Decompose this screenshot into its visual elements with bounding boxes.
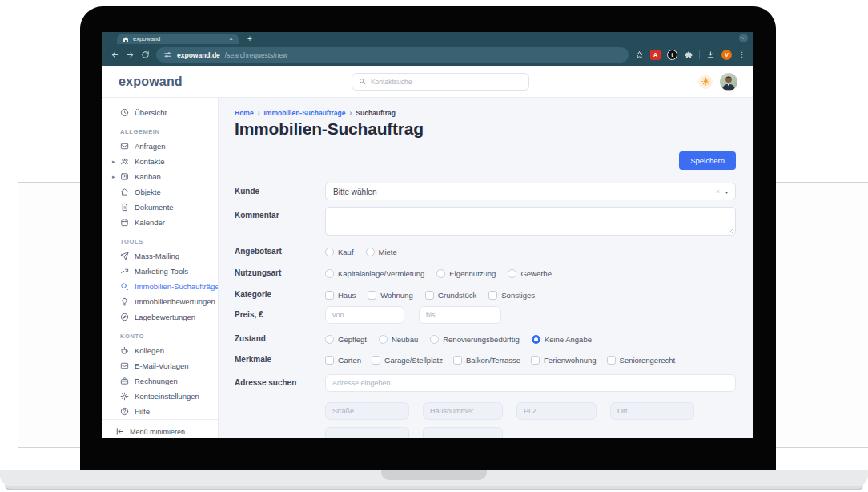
app-logo[interactable]: expowand: [119, 75, 183, 89]
radio-selected-icon[interactable]: [532, 335, 540, 344]
sidebar-item-immobilien-suchauftraege[interactable]: Immobilien-Suchaufträge: [102, 279, 218, 294]
reload-icon[interactable]: [141, 50, 150, 59]
extension-badge-icon[interactable]: t: [667, 50, 677, 60]
page-title: Immobilien-Suchauftrag: [235, 119, 736, 139]
extensions-puzzle-icon[interactable]: [684, 50, 693, 59]
radio-icon[interactable]: [436, 269, 445, 278]
sidebar-item-dokumente[interactable]: Dokumente: [102, 200, 218, 215]
kunde-select-value: Bitte wählen: [333, 188, 716, 196]
sidebar-item-mass-mailing[interactable]: Mass-Mailing: [102, 248, 218, 264]
breadcrumb-home-link[interactable]: Home: [235, 109, 254, 117]
sidebar-item-email-vorlagen[interactable]: E-Mail-Vorlagen: [102, 358, 218, 373]
radio-icon[interactable]: [430, 335, 439, 344]
checkbox-icon[interactable]: [607, 356, 616, 365]
checkbox-haus[interactable]: Haus: [325, 291, 356, 300]
downloads-icon[interactable]: [706, 50, 715, 59]
strasse-input: [325, 402, 409, 420]
checkbox-icon[interactable]: [368, 291, 376, 300]
contact-search-input[interactable]: [371, 78, 522, 86]
sidebar-item-lagebewertungen[interactable]: Lagebewertungen: [102, 309, 218, 325]
radio-neubau[interactable]: Neubau: [379, 335, 418, 344]
tab-close-icon[interactable]: ×: [229, 35, 233, 42]
sidebar-item-kontakte[interactable]: ▸ Kontakte: [102, 154, 218, 169]
radio-gewerbe[interactable]: Gewerbe: [508, 269, 552, 278]
sidebar-item-anfragen[interactable]: Anfragen: [102, 139, 218, 154]
radio-kapitalanlage[interactable]: Kapitalanlage/Vermietung: [325, 269, 424, 278]
help-icon: [120, 407, 129, 416]
preis-bis-input[interactable]: [419, 306, 501, 324]
sidebar-item-uebersicht[interactable]: Übersicht: [102, 105, 218, 120]
breadcrumb-separator: ›: [258, 109, 260, 117]
site-info-icon[interactable]: [163, 50, 172, 59]
kunde-select[interactable]: Bitte wählen × ▾: [325, 183, 736, 200]
expand-caret-icon[interactable]: ▸: [112, 174, 115, 180]
checkbox-icon[interactable]: [325, 356, 334, 365]
background-panel-right: [775, 182, 868, 448]
sidebar-item-kalender[interactable]: Kalender: [102, 215, 218, 230]
checkbox-wohnung[interactable]: Wohnung: [368, 291, 413, 300]
kanban-icon: [120, 172, 129, 181]
browser-profile-avatar[interactable]: V: [721, 50, 732, 60]
forward-icon[interactable]: [126, 50, 135, 59]
radio-renovierungsbeduerftig[interactable]: Renovierungsbedürftig: [430, 335, 520, 344]
checkbox-icon[interactable]: [488, 291, 497, 300]
sidebar-item-kollegen[interactable]: Kollegen: [102, 343, 218, 358]
radio-miete[interactable]: Miete: [366, 248, 397, 256]
sidebar-item-objekte[interactable]: Objekte: [102, 184, 218, 200]
radio-icon[interactable]: [325, 335, 334, 344]
checkbox-icon[interactable]: [531, 356, 540, 365]
radio-icon[interactable]: [508, 269, 516, 278]
user-avatar[interactable]: [720, 73, 737, 91]
checkbox-icon[interactable]: [453, 356, 462, 365]
sidebar-item-kanban[interactable]: ▸ Kanban: [102, 169, 218, 184]
radio-icon[interactable]: [379, 335, 388, 344]
checkbox-seniorengerecht[interactable]: Seniorengerecht: [607, 356, 676, 365]
checkbox-garage-stellplatz[interactable]: Garage/Stellplatz: [372, 356, 443, 365]
hausnummer-input: [423, 402, 503, 420]
select-caret-icon[interactable]: ▾: [725, 189, 728, 195]
browser-menu-icon[interactable]: ⋮: [738, 51, 745, 58]
radio-kauf[interactable]: Kauf: [325, 248, 354, 256]
contact-search[interactable]: [352, 73, 529, 91]
expand-caret-icon[interactable]: ▸: [112, 159, 115, 165]
plz-input: [516, 402, 597, 420]
pdf-extension-icon[interactable]: A: [650, 50, 661, 60]
adresse-suchen-input[interactable]: [325, 374, 736, 392]
radio-icon[interactable]: [325, 269, 334, 278]
browser-tab[interactable]: expowand ×: [117, 34, 239, 44]
radio-eigennutzung[interactable]: Eigennutzung: [436, 269, 496, 278]
browser-window: expowand × + expowand.de/searchrequests/…: [102, 32, 753, 438]
checkbox-balkon-terrasse[interactable]: Balkon/Terrasse: [453, 356, 520, 365]
radio-keine-angabe[interactable]: Keine Angabe: [532, 335, 592, 344]
preis-von-input[interactable]: [325, 306, 404, 324]
sidebar-item-kontoeinstellungen[interactable]: Kontoeinstellungen: [102, 389, 218, 404]
sidebar-section-konto: KONTO: [102, 325, 218, 343]
sidebar-item-hilfe[interactable]: Hilfe: [102, 404, 218, 419]
breadcrumb-suchauftraege-link[interactable]: Immobilien-Suchaufträge: [263, 109, 345, 117]
new-tab-button[interactable]: +: [247, 34, 252, 44]
collapse-menu-button[interactable]: Menü minimieren: [102, 419, 218, 438]
save-button[interactable]: Speichern: [679, 151, 736, 170]
checkbox-icon[interactable]: [372, 356, 380, 365]
radio-gepflegt[interactable]: Gepflegt: [325, 335, 367, 344]
mug-icon: [120, 346, 129, 355]
radio-icon[interactable]: [366, 248, 375, 256]
checkbox-garten[interactable]: Garten: [325, 356, 361, 365]
sidebar-item-immobilienbewertungen[interactable]: Immobilienbewertungen: [102, 294, 218, 309]
theme-toggle-button[interactable]: [698, 75, 713, 89]
back-icon[interactable]: [111, 50, 119, 59]
sidebar-item-rechnungen[interactable]: Rechnungen: [102, 373, 218, 389]
checkbox-sonstiges[interactable]: Sonstiges: [488, 291, 535, 300]
sidebar-item-marketing-tools[interactable]: Marketing-Tools: [102, 264, 218, 279]
select-clear-icon[interactable]: ×: [716, 188, 720, 196]
window-chevron-button[interactable]: [739, 34, 748, 42]
url-bar[interactable]: expowand.de/searchrequests/new: [156, 47, 629, 63]
kommentar-textarea[interactable]: [326, 208, 735, 235]
radio-icon[interactable]: [325, 248, 334, 256]
checkbox-icon[interactable]: [425, 291, 434, 300]
checkbox-icon[interactable]: [325, 291, 334, 300]
checkbox-grundstueck[interactable]: Grundstück: [425, 291, 477, 300]
bookmark-star-icon[interactable]: [635, 50, 644, 59]
checkbox-ferienwohnung[interactable]: Ferienwohnung: [531, 356, 597, 365]
gear-icon: [120, 392, 129, 401]
